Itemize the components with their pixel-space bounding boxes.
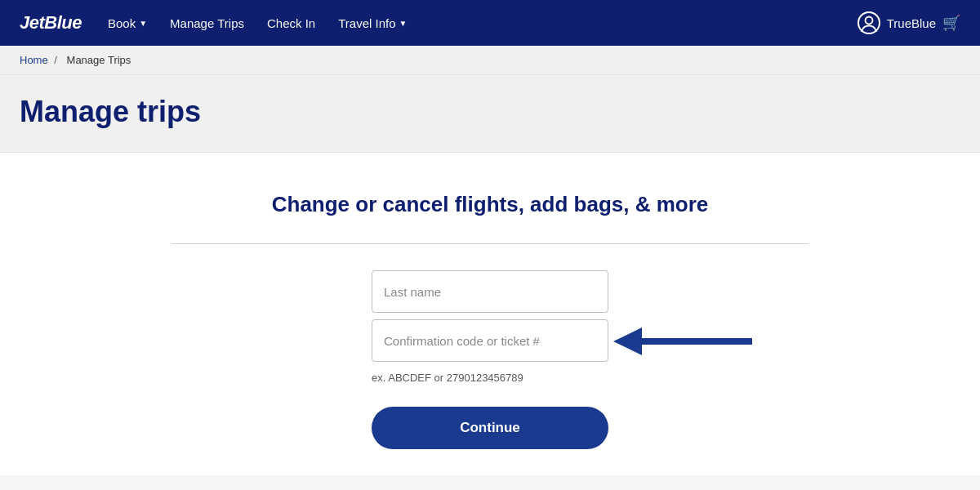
nav-manage-trips[interactable]: Manage Trips: [170, 16, 244, 30]
arrow-annotation: [613, 321, 752, 362]
nav-check-in[interactable]: Check In: [267, 16, 315, 30]
travel-info-chevron-icon: ▼: [399, 19, 408, 28]
divider: [172, 243, 808, 244]
user-icon: [858, 11, 880, 34]
page-header: Manage trips: [0, 75, 980, 153]
nav-travel-info[interactable]: Travel Info ▼: [338, 16, 407, 30]
cart-icon[interactable]: 🛒: [942, 14, 960, 32]
nav-links: Book ▼ Manage Trips Check In Travel Info…: [108, 16, 831, 30]
section-title: Change or cancel flights, add bags, & mo…: [272, 192, 709, 217]
breadcrumb-bar: Home / Manage Trips: [0, 46, 980, 75]
main-content: Change or cancel flights, add bags, & mo…: [0, 153, 980, 475]
form-fields: ex. ABCDEF or 2790123456789 Continue: [372, 270, 608, 449]
breadcrumb-home[interactable]: Home: [20, 54, 48, 66]
breadcrumb: Home / Manage Trips: [20, 54, 960, 66]
nav-book[interactable]: Book ▼: [108, 16, 147, 30]
svg-point-1: [865, 17, 872, 24]
book-chevron-icon: ▼: [139, 19, 147, 28]
form-area: ex. ABCDEF or 2790123456789 Continue: [372, 270, 608, 449]
breadcrumb-separator: /: [54, 54, 57, 66]
brand-logo[interactable]: JetBlue: [20, 12, 82, 33]
breadcrumb-current: Manage Trips: [67, 54, 131, 66]
confirmation-hint: ex. ABCDEF or 2790123456789: [372, 372, 608, 384]
svg-marker-3: [613, 327, 642, 355]
arrow-icon: [613, 321, 752, 362]
page-title: Manage trips: [20, 95, 960, 129]
last-name-input[interactable]: [372, 270, 608, 313]
continue-button[interactable]: Continue: [372, 407, 608, 449]
trueblue-button[interactable]: TrueBlue 🛒: [858, 11, 960, 34]
confirmation-input[interactable]: [372, 319, 608, 362]
navbar: JetBlue Book ▼ Manage Trips Check In Tra…: [0, 0, 980, 46]
